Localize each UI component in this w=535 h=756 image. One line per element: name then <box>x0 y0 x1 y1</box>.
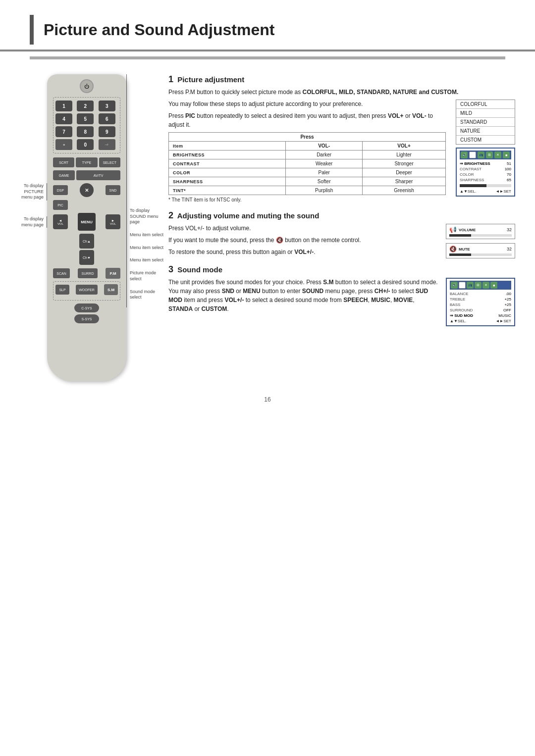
section2-title-text: Adjusting volume and muting the sound <box>177 211 320 220</box>
sound-row-sudmod: ⇒ SUD MOD MUSIC <box>450 313 511 318</box>
settings-header: 🔊 ⚙ 📺 ⊞ ✕ ■ <box>460 151 511 159</box>
power-button[interactable]: ⏻ <box>80 79 94 93</box>
sound-settings-header: 🔊 ⚙ 📺 ⊞ ✕ ■ <box>450 281 511 290</box>
table-row: TINT* Purplish Greenish <box>169 186 446 195</box>
sound-value-sudmod: MUSIC <box>498 313 511 318</box>
btn-1[interactable]: 1 <box>55 101 72 111</box>
sound-settings-box: 🔊 ⚙ 📺 ⊞ ✕ ■ BALANCE .00 TREBLE +25 BASS <box>446 278 515 326</box>
sound-row-balance: BALANCE .00 <box>450 292 511 296</box>
btn-woofer[interactable]: WOOFER <box>76 285 98 295</box>
right-label-sound-mode: Sound mode select <box>130 289 166 301</box>
section3-num: 3 <box>168 264 173 274</box>
btn-4[interactable]: 4 <box>55 113 72 124</box>
btn-slp[interactable]: SLP <box>55 285 69 295</box>
settings-icon-4: ⊞ <box>486 151 493 158</box>
remote-section: To display PICTURE menu page To display … <box>20 74 159 381</box>
sound-nav-sel: ▲▼SEL. <box>450 319 466 323</box>
btn-scrt[interactable]: SCRT <box>53 157 74 167</box>
header-accent <box>30 15 34 45</box>
settings-nav-sel: ▲▼SEL. <box>460 189 476 194</box>
sound-icon-1: 🔊 <box>451 282 458 289</box>
mute-box: 🔇 MUTE 32 <box>446 243 515 258</box>
volume-displays: 📢 VOLUME 32 🔇 MUTE 32 <box>446 224 515 258</box>
settings-icon-3: 📺 <box>478 151 484 158</box>
btn-dash[interactable]: --/- <box>99 139 115 150</box>
btn-2[interactable]: 2 <box>77 101 94 111</box>
btn-9[interactable]: 9 <box>99 126 115 137</box>
scan-row: SCAN SURRD P.M <box>53 268 120 279</box>
btn-surrd[interactable]: SURRD <box>78 268 98 278</box>
btn-7[interactable]: 7 <box>55 126 72 137</box>
btn-ssys[interactable]: S-SYS <box>74 314 99 323</box>
zero-row: ≡ 0 --/- <box>55 139 118 150</box>
sound-row-bass: BASS +25 <box>450 302 511 307</box>
table-header-press: Press <box>169 133 446 142</box>
btn-select[interactable]: SELECT <box>99 157 120 167</box>
btn-snd[interactable]: SND <box>106 185 120 195</box>
mute-bar <box>449 253 512 256</box>
btn-vol-left[interactable]: ◄VOL <box>53 214 68 229</box>
btn-8[interactable]: 8 <box>77 126 94 137</box>
main-content: To display PICTURE menu page To display … <box>0 74 535 381</box>
sound-label-treble: TREBLE <box>450 297 465 302</box>
btn-x[interactable]: ✕ <box>80 183 94 197</box>
btn-3[interactable]: 3 <box>99 101 115 111</box>
btn-game[interactable]: GAME <box>53 170 75 180</box>
remote-top: ⏻ <box>53 79 120 93</box>
mode-list: COLORFUL MILD STANDARD NATURE CUSTOM <box>456 100 515 145</box>
btn-sm[interactable]: S.M <box>104 284 118 295</box>
sound-icon-4: ⊞ <box>475 282 482 289</box>
btn-pm[interactable]: P.M <box>106 268 120 279</box>
btn-menu[interactable]: MENU <box>78 213 96 231</box>
btn-type[interactable]: TYPE <box>76 157 97 167</box>
volume-number: 32 <box>507 227 512 232</box>
btn-dsp[interactable]: DSP <box>53 185 68 195</box>
mode-nature: NATURE <box>456 127 515 136</box>
sound-nav-set: ◄►SET <box>496 319 511 323</box>
settings-row-sharpness: SHARPNESS 65 <box>460 178 511 182</box>
btn-6[interactable]: 6 <box>99 113 115 124</box>
btn-avtv[interactable]: AV/TV <box>76 170 120 180</box>
dsp-row: DSP ✕ SND <box>53 183 120 197</box>
section3-title: 3 Sound mode <box>168 264 515 275</box>
btn-5[interactable]: 5 <box>77 113 94 124</box>
number-grid: 1 2 3 4 5 6 7 8 9 <box>55 101 118 137</box>
volume-icon-row: 📢 VOLUME 32 <box>449 226 512 233</box>
right-label-menu1: Menu item select <box>130 232 166 238</box>
section1-intro: Press P.M button to quickly select pictu… <box>168 88 515 97</box>
btn-pic[interactable]: PIC <box>53 200 68 210</box>
side-label-menu: To display menu page <box>12 216 47 228</box>
btn-csys[interactable]: C-SYS <box>74 303 99 312</box>
table-row: SHARPNESS Softer Sharper <box>169 177 446 186</box>
btn-icon-eq[interactable]: ≡ <box>55 139 72 150</box>
sound-row-treble: TREBLE +25 <box>450 297 511 302</box>
settings-label-brightness: ⇒ BRIGHTNESS <box>460 161 490 166</box>
mute-bar-fill <box>449 253 471 256</box>
btn-ch-up[interactable]: Ch▲ <box>79 234 94 249</box>
settings-nav-set: ◄►SET <box>496 189 511 194</box>
btn-scan[interactable]: SCAN <box>53 268 70 278</box>
mid-row-buttons-2: GAME AV/TV <box>53 170 120 180</box>
btn-vol-right[interactable]: ►VOL <box>106 214 120 229</box>
settings-row-color: COLOR 70 <box>460 172 511 177</box>
side-labels: To display PICTURE menu page To display … <box>12 74 47 232</box>
slp-row: SLP WOOFER S.M <box>55 284 118 295</box>
settings-row-contrast: CONTRAST 100 <box>460 167 511 171</box>
page-number: 16 <box>0 396 535 403</box>
settings-nav: ▲▼SEL. ◄►SET <box>460 189 511 194</box>
right-label-sound: To display SOUND menu page <box>130 208 166 225</box>
btn-ch-down[interactable]: Ch▼ <box>79 250 94 265</box>
mode-standard: STANDARD <box>456 118 515 127</box>
section1-body: You may follow these steps to adjust pic… <box>168 100 515 202</box>
sound-value-balance: .00 <box>506 292 511 296</box>
section1-para1: You may follow these steps to adjust pic… <box>168 100 446 108</box>
settings-icon-6: ■ <box>503 151 510 158</box>
mid-row-buttons: SCRT TYPE SELECT <box>53 157 120 167</box>
remote-body: ⏻ 1 2 3 4 5 6 7 8 9 <box>47 74 126 381</box>
pic-mode-box: COLORFUL MILD STANDARD NATURE CUSTOM 🔊 ⚙… <box>456 100 515 202</box>
pic-snd-row: PIC <box>53 200 120 210</box>
sound-value-bass: +25 <box>504 302 511 307</box>
right-label-menu2: Menu item select <box>130 245 166 251</box>
mute-icon: 🔇 <box>449 246 457 252</box>
btn-0[interactable]: 0 <box>77 139 94 150</box>
